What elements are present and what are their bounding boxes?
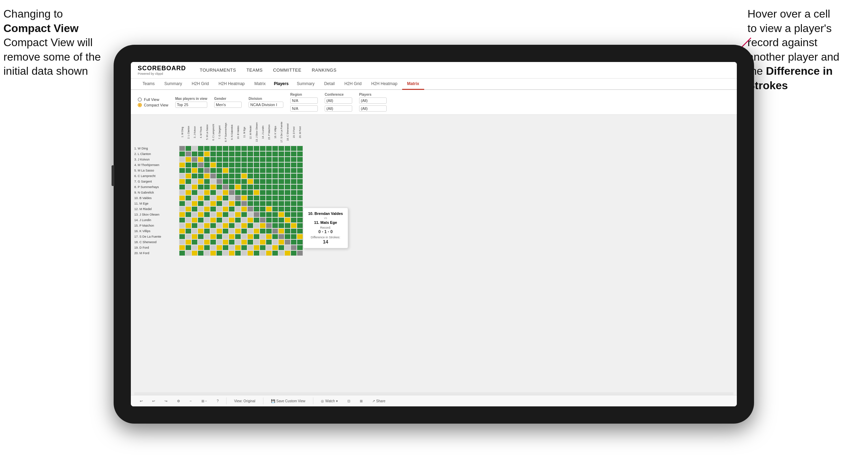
grid-cell[interactable] <box>260 195 266 201</box>
grid-cell[interactable] <box>222 212 229 217</box>
grid-cell[interactable] <box>291 245 297 250</box>
grid-cell[interactable] <box>185 239 191 245</box>
grid-cell[interactable] <box>191 212 198 217</box>
grid-cell[interactable] <box>198 206 204 212</box>
grid-cell[interactable] <box>284 173 291 179</box>
grid-cell[interactable] <box>297 184 303 190</box>
grid-cell[interactable] <box>266 250 272 256</box>
grid-cell[interactable] <box>216 217 222 223</box>
grid-cell[interactable] <box>241 168 247 173</box>
grid-cell[interactable] <box>198 179 204 184</box>
grid-cell[interactable] <box>272 201 278 206</box>
grid-cell[interactable] <box>210 146 216 151</box>
grid-cell[interactable] <box>185 162 191 168</box>
grid-cell[interactable] <box>204 162 210 168</box>
grid-cell[interactable] <box>210 228 216 234</box>
grid-cell[interactable] <box>253 179 260 184</box>
grid-cell[interactable] <box>266 146 272 151</box>
grid-cell[interactable] <box>260 223 266 228</box>
grid-cell[interactable] <box>247 190 253 195</box>
grid-cell[interactable] <box>253 217 260 223</box>
grid-cell[interactable] <box>272 190 278 195</box>
grid-cell[interactable] <box>179 195 185 201</box>
grid-cell[interactable] <box>266 234 272 239</box>
grid-cell[interactable] <box>185 245 191 250</box>
grid-cell[interactable] <box>235 250 241 256</box>
grid-cell[interactable] <box>284 228 291 234</box>
grid-cell[interactable] <box>278 151 284 157</box>
view-original-button[interactable]: View: Original <box>232 398 258 404</box>
grid-cell[interactable] <box>284 146 291 151</box>
grid-cell[interactable] <box>235 179 241 184</box>
grid-cell[interactable] <box>229 157 235 162</box>
grid-cell[interactable] <box>278 250 284 256</box>
grid-cell[interactable] <box>297 173 303 179</box>
grid-cell[interactable] <box>229 179 235 184</box>
grid-cell[interactable] <box>235 223 241 228</box>
nav-tournaments[interactable]: TOURNAMENTS <box>200 68 236 73</box>
grid-cell[interactable] <box>185 228 191 234</box>
grid-cell[interactable] <box>235 228 241 234</box>
grid-cell[interactable] <box>191 146 198 151</box>
grid-cell[interactable] <box>278 201 284 206</box>
grid-cell[interactable] <box>297 168 303 173</box>
grid-cell[interactable] <box>185 217 191 223</box>
grid-cell[interactable] <box>260 168 266 173</box>
grid-cell[interactable] <box>253 206 260 212</box>
grid-cell[interactable] <box>247 212 253 217</box>
grid-cell[interactable] <box>260 250 266 256</box>
grid-cell[interactable] <box>297 217 303 223</box>
grid-cell[interactable] <box>291 212 297 217</box>
grid-cell[interactable] <box>210 217 216 223</box>
grid-cell[interactable] <box>216 228 222 234</box>
grid-cell[interactable] <box>191 206 198 212</box>
grid-cell[interactable] <box>210 234 216 239</box>
grid-cell[interactable] <box>272 162 278 168</box>
grid-cell[interactable] <box>222 168 229 173</box>
grid-cell[interactable] <box>191 184 198 190</box>
watch-button[interactable]: ◎ Watch ▾ <box>319 398 340 404</box>
tab-h2h-heatmap-top[interactable]: H2H Heatmap <box>214 79 250 90</box>
grid-cell[interactable] <box>216 190 222 195</box>
tab-teams[interactable]: Teams <box>138 79 159 90</box>
nav-committee[interactable]: COMMITTEE <box>273 68 302 73</box>
grid-cell[interactable] <box>260 228 266 234</box>
tab-summary[interactable]: Summary <box>292 79 319 90</box>
grid-cell[interactable] <box>229 212 235 217</box>
grid-cell[interactable] <box>278 223 284 228</box>
grid-cell[interactable] <box>179 212 185 217</box>
grid-cell[interactable] <box>260 234 266 239</box>
grid-cell[interactable] <box>284 162 291 168</box>
grid-cell[interactable] <box>253 239 260 245</box>
grid-cell[interactable] <box>216 234 222 239</box>
grid-cell[interactable] <box>241 228 247 234</box>
grid-cell[interactable] <box>297 206 303 212</box>
grid-cell[interactable] <box>185 157 191 162</box>
grid-cell[interactable] <box>266 179 272 184</box>
grid-cell[interactable] <box>272 157 278 162</box>
grid-cell[interactable] <box>191 157 198 162</box>
grid-cell[interactable] <box>284 168 291 173</box>
grid-cell[interactable] <box>235 195 241 201</box>
grid-cell[interactable] <box>241 212 247 217</box>
grid-cell[interactable] <box>179 223 185 228</box>
grid-cell[interactable] <box>198 195 204 201</box>
grid-cell[interactable] <box>185 184 191 190</box>
grid-cell[interactable] <box>284 223 291 228</box>
grid-cell[interactable] <box>247 195 253 201</box>
grid-cell[interactable] <box>278 184 284 190</box>
grid-cell[interactable] <box>241 217 247 223</box>
grid-cell[interactable] <box>297 146 303 151</box>
grid-cell[interactable] <box>204 212 210 217</box>
grid-cell[interactable] <box>278 173 284 179</box>
grid-cell[interactable] <box>210 195 216 201</box>
grid-cell[interactable] <box>210 190 216 195</box>
grid-cell[interactable] <box>284 201 291 206</box>
grid-cell[interactable] <box>229 146 235 151</box>
grid-cell[interactable] <box>272 184 278 190</box>
grid-cell[interactable] <box>284 151 291 157</box>
grid-cell[interactable] <box>284 157 291 162</box>
grid-cell[interactable] <box>241 157 247 162</box>
grid-cell[interactable] <box>272 234 278 239</box>
grid-cell[interactable] <box>284 245 291 250</box>
